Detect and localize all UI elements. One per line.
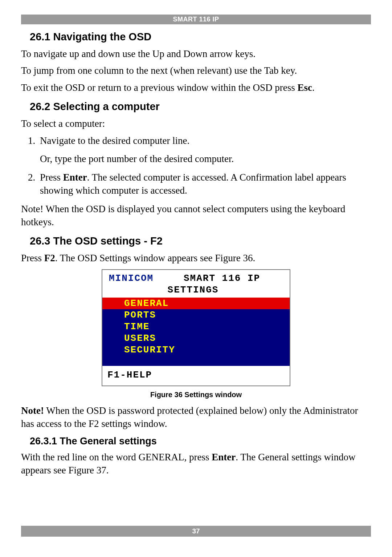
- text: .: [312, 82, 315, 93]
- paragraph: To jump from one column to the next (whe…: [21, 64, 371, 77]
- paragraph: To exit the OSD or return to a previous …: [21, 81, 371, 94]
- paragraph: To select a computer:: [21, 117, 371, 130]
- text: Or, type the port number of the desired …: [40, 152, 371, 165]
- osd-item-ports[interactable]: PORTS: [102, 309, 290, 321]
- key-f2: F2: [44, 253, 55, 263]
- key-enter: Enter: [63, 172, 87, 183]
- paragraph: Press F2. The OSD Settings window appear…: [21, 251, 371, 265]
- paragraph: With the red line on the word GENERAL, p…: [21, 451, 371, 477]
- osd-menu: GENERAL PORTS TIME USERS SECURITY: [102, 298, 290, 366]
- osd-item-security[interactable]: SECURITY: [102, 344, 290, 356]
- osd-brand: MINICOM: [109, 273, 154, 284]
- paragraph: To navigate up and down use the Up and D…: [21, 47, 371, 60]
- list-item: Navigate to the desired computer line. O…: [38, 134, 371, 166]
- osd-footer: F1-HELP: [102, 366, 290, 386]
- text: Navigate to the desired computer line.: [40, 135, 189, 146]
- note-paragraph: Note! When the OSD is displayed you cann…: [21, 202, 371, 229]
- osd-header: MINICOM SMART 116 IP SETTINGS: [102, 270, 290, 298]
- note-label: Note!: [21, 405, 44, 416]
- heading-26-1: 26.1 Navigating the OSD: [30, 31, 371, 43]
- text: When the OSD is password protected (expl…: [21, 405, 358, 429]
- osd-item-time[interactable]: TIME: [102, 321, 290, 332]
- note-paragraph: Note! When the OSD is password protected…: [21, 404, 371, 431]
- list-item: Press Enter. The selected computer is ac…: [38, 171, 371, 197]
- text: To exit the OSD or return to a previous …: [21, 82, 298, 93]
- text: . The OSD Settings window appears see Fi…: [55, 253, 255, 263]
- key-enter: Enter: [212, 452, 236, 463]
- osd-item-users[interactable]: USERS: [102, 332, 290, 344]
- osd-item-general[interactable]: GENERAL: [102, 298, 290, 309]
- ordered-list: Navigate to the desired computer line. O…: [21, 134, 371, 197]
- key-esc: Esc: [298, 82, 313, 93]
- figure-caption: Figure 36 Settings window: [21, 391, 371, 399]
- text: With the red line on the word GENERAL, p…: [21, 452, 212, 463]
- heading-26-3-1: 26.3.1 The General settings: [30, 436, 371, 447]
- text: Press: [21, 253, 44, 263]
- header-bar: SMART 116 IP: [21, 15, 371, 24]
- footer-bar: 37: [21, 526, 371, 537]
- text: Press: [40, 172, 63, 183]
- osd-title-line1: SMART 116 IP: [154, 273, 283, 284]
- heading-26-3: 26.3 The OSD settings - F2: [30, 235, 371, 247]
- heading-26-2: 26.2 Selecting a computer: [30, 101, 371, 113]
- osd-title-line2: SETTINGS: [109, 284, 283, 295]
- osd-window: MINICOM SMART 116 IP SETTINGS GENERAL PO…: [102, 269, 290, 386]
